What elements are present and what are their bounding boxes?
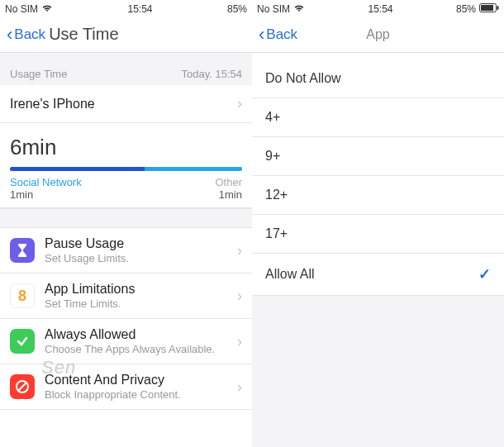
hourglass-digit-icon: 8 (10, 283, 35, 308)
option-17plus[interactable]: 17+ (252, 215, 504, 254)
menu-subtitle: Set Time Limits. (45, 297, 237, 310)
nav-bar: ‹ Back App (252, 17, 504, 53)
menu-subtitle: Set Usage Limits. (45, 252, 237, 264)
screen-use-time: No SIM 15:54 85% ‹ Back Use Time Usage T… (0, 0, 252, 447)
back-label: Back (14, 26, 45, 43)
usage-bar (10, 167, 242, 171)
menu-pause-usage[interactable]: Pause Usage Set Usage Limits. › (0, 228, 252, 273)
option-label: 9+ (265, 149, 280, 164)
option-9plus[interactable]: 9+ (252, 137, 504, 176)
option-label: 4+ (265, 110, 280, 125)
back-button[interactable]: ‹ Back (259, 24, 297, 45)
menu-content-privacy[interactable]: Content And Privacy Block Inappropriate … (0, 364, 252, 410)
battery-icon (479, 3, 499, 15)
menu-title: Content And Privacy (45, 373, 237, 388)
option-4plus[interactable]: 4+ (252, 98, 504, 137)
option-label: Do Not Allow (265, 71, 341, 86)
legend-other-label: Other (215, 176, 242, 188)
chevron-right-icon: › (237, 333, 242, 350)
option-allow-all[interactable]: Allow All ✓ (252, 254, 504, 296)
status-bar: No SIM 15:54 85% (0, 0, 252, 17)
usage-total: 6min (0, 131, 252, 167)
screen-app-ratings: No SIM 15:54 85% ‹ Back App Do Not Allow… (252, 0, 504, 447)
section-gap (0, 208, 252, 228)
back-label: Back (266, 26, 297, 43)
chevron-left-icon: ‹ (259, 24, 264, 45)
svg-rect-4 (497, 6, 498, 10)
battery-text: 85% (227, 3, 247, 15)
back-button[interactable]: ‹ Back (7, 24, 45, 45)
carrier-text: No SIM (5, 3, 38, 15)
hourglass-icon (10, 238, 35, 263)
status-time: 15:54 (127, 3, 152, 15)
usage-header-stamp: Today. 15:54 (182, 68, 242, 80)
menu-app-limitations[interactable]: 8 App Limitations Set Time Limits. › (0, 273, 252, 319)
wifi-icon (293, 3, 305, 15)
option-label: Allow All (265, 267, 315, 282)
carrier-text: No SIM (257, 3, 290, 15)
usage-summary[interactable]: 6min Social Network 1min Other 1min (0, 123, 252, 208)
menu-title: Pause Usage (45, 236, 237, 251)
device-name: Irene's IPhone (10, 97, 95, 112)
page-title: App (366, 27, 389, 42)
usage-header-label: Usage Time (10, 68, 67, 80)
device-row[interactable]: Irene's IPhone › (0, 85, 252, 123)
usage-bar-other (145, 167, 242, 171)
usage-section-header: Usage Time Today. 15:54 (0, 53, 252, 85)
legend-social-value: 1min (10, 188, 82, 201)
option-label: 12+ (265, 188, 288, 202)
svg-line-1 (18, 383, 26, 391)
menu-subtitle: Block Inappropriate Content. (45, 388, 237, 401)
no-entry-icon (10, 374, 35, 399)
option-label: 17+ (265, 226, 288, 241)
chevron-right-icon: › (237, 288, 242, 305)
usage-legend: Social Network 1min Other 1min (0, 171, 252, 201)
svg-rect-3 (481, 5, 493, 11)
nav-bar: ‹ Back Use Time (0, 17, 252, 53)
chevron-left-icon: ‹ (7, 24, 12, 45)
empty-area (252, 296, 504, 447)
chevron-right-icon: › (237, 242, 242, 259)
option-do-not-allow[interactable]: Do Not Allow (252, 53, 504, 98)
menu-subtitle: Choose The Apps Always Available. (45, 343, 237, 355)
option-12plus[interactable]: 12+ (252, 176, 504, 215)
legend-other-value: 1min (215, 188, 242, 201)
wifi-icon (41, 3, 53, 15)
chevron-right-icon: › (237, 95, 242, 112)
menu-title: App Limitations (45, 282, 237, 297)
battery-text: 85% (456, 3, 476, 15)
chevron-right-icon: › (237, 378, 242, 396)
check-badge-icon (10, 329, 35, 354)
rating-options-list: Do Not Allow 4+ 9+ 12+ 17+ Allow All ✓ (252, 53, 504, 296)
status-bar: No SIM 15:54 85% (252, 0, 504, 17)
legend-social-label: Social Network (10, 176, 82, 188)
menu-always-allowed[interactable]: Always Allowed Choose The Apps Always Av… (0, 319, 252, 364)
status-time: 15:54 (368, 3, 392, 15)
usage-bar-social (10, 167, 145, 171)
menu-title: Always Allowed (45, 327, 237, 342)
checkmark-icon: ✓ (478, 265, 491, 283)
page-title: Use Time (49, 25, 118, 44)
